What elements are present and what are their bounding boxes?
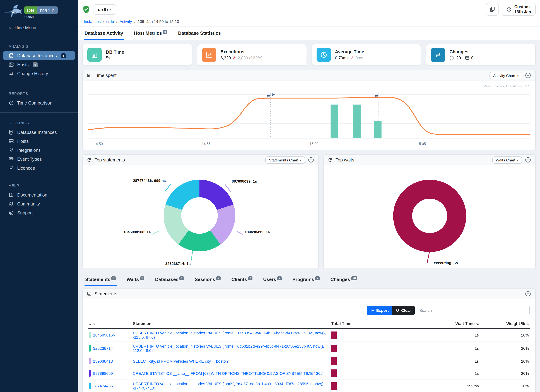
export-button[interactable]: Export: [366, 306, 392, 315]
statements-donut[interactable]: [164, 180, 235, 251]
clock-icon: [506, 7, 512, 12]
tab-changes[interactable]: Changes20: [330, 273, 358, 286]
activity-chart-select[interactable]: Activity Chart: [490, 72, 522, 79]
tab-statements[interactable]: Statements5: [85, 273, 117, 286]
divider: [0, 112, 78, 113]
breadcrumb-activity[interactable]: Activity: [120, 19, 135, 24]
export-icon: [370, 308, 374, 313]
tab-sessions[interactable]: Sessions2: [194, 273, 221, 286]
sort-icon: [91, 322, 96, 326]
sidebar-item-hosts[interactable]: Hosts 0: [0, 60, 78, 69]
change-marker-count: 16: [272, 93, 275, 96]
tab-programs[interactable]: Programs2: [292, 273, 320, 286]
slice-label: 887898099: 1s: [232, 179, 257, 183]
statement-sql-link[interactable]: UPSERT INTO vehicle_location_histories V…: [133, 331, 326, 339]
collapse-icon[interactable]: [525, 72, 531, 78]
tab-host-metrics[interactable]: Host Metrics0: [133, 27, 168, 40]
statement-id-link[interactable]: 287474436: [93, 384, 113, 388]
swap-icon: ⇄: [9, 71, 14, 76]
copy-link-button[interactable]: [486, 3, 499, 16]
breadcrumb-instances[interactable]: Instances: [84, 19, 104, 24]
col-total-time[interactable]: Total Time: [330, 319, 391, 328]
total-time-bar: [331, 382, 337, 390]
sort-icon: [525, 322, 529, 326]
breadcrumb-crdb[interactable]: crdb: [106, 19, 117, 24]
collapse-icon[interactable]: [525, 157, 531, 163]
wait-time-value: 999ms: [391, 379, 480, 392]
tab-users[interactable]: Users2: [262, 273, 282, 286]
color-chip: [89, 345, 91, 352]
sidebar-item-event-types[interactable]: Event Types: [0, 155, 78, 164]
tab-databases[interactable]: Databases1: [154, 273, 185, 286]
slice-label: 287474436: 999ms: [97, 178, 166, 183]
kpi-value: 0.79ms: [335, 56, 348, 60]
statement-id-link[interactable]: 1845898166: [93, 333, 115, 337]
statement-id-link[interactable]: 139638413: [93, 359, 113, 363]
weight-value: 20%: [480, 328, 530, 342]
sidebar-item-label: Change History: [17, 71, 48, 76]
kpi-title: DB Time: [106, 50, 124, 55]
pie-chart-icon: [328, 158, 333, 162]
sidebar-item-support[interactable]: Support: [0, 208, 78, 217]
statement-id-link[interactable]: 326238714: [93, 346, 113, 351]
slice-label: 326238714: 1s: [154, 261, 202, 266]
tab-waits[interactable]: Waits1: [126, 273, 145, 286]
breadcrumb-range: 13th Jan 14:50 to 15:10: [138, 19, 181, 24]
clock-icon: [316, 48, 331, 62]
count-badge: 0: [163, 30, 167, 34]
leader-line: [191, 251, 193, 261]
tab-database-activity[interactable]: Database Activity: [84, 27, 124, 40]
change-marker-icon: ⇄: [267, 94, 270, 98]
collapse-icon[interactable]: [308, 157, 314, 163]
server-icon: [9, 62, 14, 67]
waits-chart-select[interactable]: Waits Chart: [492, 156, 522, 164]
statement-sql-link[interactable]: CREATE STATISTICS __auto__ FROM [63] WIT…: [133, 371, 323, 375]
sidebar-item-time-comparison[interactable]: Time Comparison: [0, 99, 78, 107]
table-toolbar: Export Clear: [88, 306, 530, 315]
col-weight[interactable]: Weight %: [480, 319, 530, 328]
svg-text:14:50: 14:50: [94, 142, 103, 146]
sidebar-item-documentation[interactable]: Documentation: [0, 190, 78, 199]
kpi-average-time: Average Time 0.79ms 0ms: [311, 44, 421, 65]
col-wait-time[interactable]: Wait Time: [391, 319, 480, 328]
waits-donut[interactable]: [393, 180, 466, 252]
wait-slice-label: executing: 5s: [434, 261, 458, 265]
svg-text:15:00: 15:00: [310, 142, 318, 146]
clear-button[interactable]: Clear: [392, 306, 415, 315]
instance-selector[interactable]: crdb: [93, 4, 116, 15]
count-badge: 2: [277, 276, 282, 280]
sidebar-item-community[interactable]: Community: [0, 199, 78, 208]
collapse-icon[interactable]: [525, 291, 531, 297]
sidebar-item-settings-database-instances[interactable]: Database Instances: [0, 128, 78, 137]
hide-menu-button[interactable]: Hide Menu: [0, 21, 78, 35]
statements-chart-select[interactable]: Statements Chart: [265, 156, 305, 164]
tab-database-statistics[interactable]: Database Statistics: [177, 27, 221, 40]
statement-sql-link[interactable]: SELECT city, id FROM vehicles WHERE city…: [133, 359, 229, 363]
tab-clients[interactable]: Clients2: [231, 273, 253, 286]
pie-chart-icon: [87, 158, 92, 162]
search-input[interactable]: [416, 306, 530, 315]
slice-label: 139638413: 1s: [245, 230, 270, 234]
total-time-bar: [331, 345, 337, 352]
statement-sql-link[interactable]: UPSERT INTO vehicle_location_histories V…: [133, 382, 325, 390]
time-range-button[interactable]: Custom 13th Jan: [502, 3, 536, 16]
database-icon: [9, 53, 14, 58]
statement-sql-link[interactable]: UPSERT INTO vehicle_location_histories V…: [133, 344, 324, 353]
kpi-changes: ⇄ Changes 20 0: [426, 44, 536, 65]
col-id[interactable]: #: [88, 319, 132, 328]
sidebar-item-change-history[interactable]: ⇄ Change History: [0, 69, 78, 78]
sidebar-item-database-instances[interactable]: Database Instances 1: [3, 51, 75, 60]
col-statement[interactable]: Statement: [132, 319, 330, 328]
sidebar-item-integrations[interactable]: Integrations: [0, 146, 78, 155]
statement-id-link[interactable]: 887898099: [93, 371, 113, 375]
leader-line: [225, 184, 231, 192]
wait-time-value: 1s: [391, 355, 480, 367]
sidebar-item-licences[interactable]: Licences: [0, 164, 78, 173]
peak-note: Peak Time: 2s, Executions: 837: [484, 84, 529, 88]
main-tabs: Database Activity Host Metrics0 Database…: [82, 27, 536, 40]
kpi-title: Executions: [220, 50, 262, 55]
sidebar-item-settings-hosts[interactable]: Hosts: [0, 137, 78, 146]
wait-time-value: 1s: [391, 342, 480, 355]
instance-name: crdb: [98, 7, 108, 12]
kpi-title: Average Time: [335, 50, 364, 55]
